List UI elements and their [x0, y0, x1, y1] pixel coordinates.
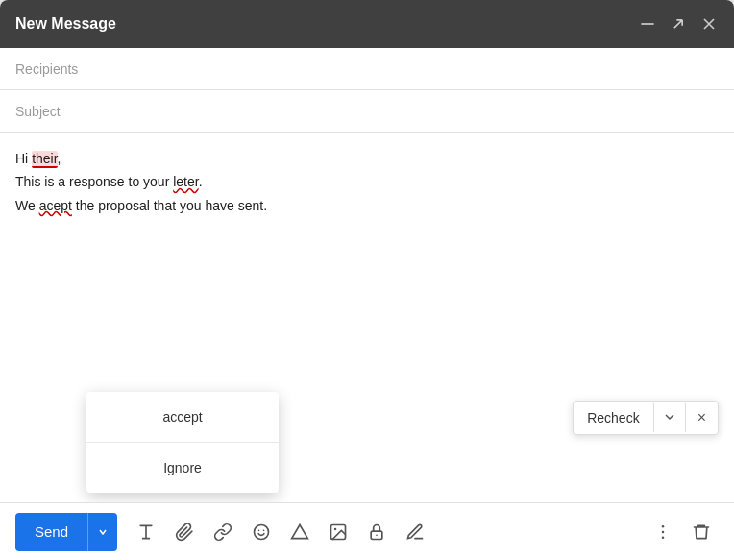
svg-point-1 — [255, 524, 269, 539]
emoji-button[interactable] — [244, 515, 279, 549]
compose-title: New Message — [15, 15, 116, 33]
more-vert-icon — [653, 523, 673, 542]
subject-field[interactable]: Subject — [0, 90, 734, 133]
send-chevron-icon — [98, 527, 108, 537]
svg-point-8 — [662, 524, 665, 527]
svg-rect-0 — [641, 23, 653, 25]
link-button[interactable] — [206, 515, 240, 549]
recipients-field[interactable]: Recipients — [0, 48, 734, 90]
recipients-placeholder: Recipients — [15, 61, 78, 77]
photo-button[interactable] — [321, 515, 355, 549]
compose-window: New Message Recipients — [0, 0, 734, 560]
header-actions — [638, 14, 719, 34]
paperclip-icon — [175, 523, 194, 542]
recheck-button[interactable]: Recheck — [574, 402, 652, 433]
send-dropdown-button[interactable] — [87, 513, 117, 551]
confidential-button[interactable] — [359, 515, 394, 549]
minimize-icon — [638, 14, 657, 34]
subject-placeholder: Subject — [15, 104, 61, 119]
svg-point-2 — [258, 529, 260, 531]
signature-button[interactable] — [398, 515, 432, 549]
context-menu-accept[interactable]: accept — [86, 392, 279, 443]
compose-toolbar: Send — [0, 502, 734, 560]
svg-point-7 — [376, 534, 378, 536]
chevron-down-icon — [664, 411, 675, 423]
recheck-label: Recheck — [587, 410, 639, 426]
drive-icon — [290, 523, 309, 542]
lock-icon — [367, 523, 386, 542]
recheck-bar: Recheck × — [573, 401, 719, 435]
spell-error-leter: leter — [173, 174, 198, 189]
drive-button[interactable] — [282, 515, 317, 549]
spell-error-their: their — [32, 151, 57, 168]
context-menu-ignore[interactable]: Ignore — [86, 443, 279, 493]
svg-point-9 — [662, 530, 665, 533]
body-line2: This is a response to your leter. — [15, 171, 719, 192]
spell-context-menu: accept Ignore — [86, 392, 279, 493]
more-options-button[interactable] — [646, 515, 680, 549]
delete-button[interactable] — [684, 515, 719, 549]
formatting-button[interactable] — [129, 515, 163, 549]
close-button[interactable] — [699, 14, 719, 34]
link-icon — [213, 523, 232, 542]
emoji-icon — [252, 523, 271, 542]
svg-point-3 — [263, 529, 265, 531]
photo-icon — [329, 523, 348, 542]
attach-button[interactable] — [167, 515, 202, 549]
send-button[interactable]: Send — [15, 513, 87, 551]
expand-icon — [669, 14, 688, 34]
minimize-button[interactable] — [638, 14, 657, 34]
body-line1: Hi their, — [15, 148, 719, 169]
compose-body[interactable]: Hi their, This is a response to your let… — [0, 133, 734, 502]
send-button-group: Send — [15, 513, 117, 551]
pen-icon — [405, 523, 425, 542]
expand-button[interactable] — [669, 14, 688, 34]
recheck-close-button[interactable]: × — [686, 402, 718, 434]
text-format-icon — [136, 523, 156, 542]
close-icon — [699, 14, 719, 34]
compose-header: New Message — [0, 0, 734, 48]
recheck-dropdown-button[interactable] — [654, 403, 685, 433]
svg-point-10 — [662, 536, 665, 539]
spell-error-acept: acept — [39, 198, 72, 213]
svg-point-5 — [334, 527, 337, 530]
trash-icon — [692, 523, 711, 542]
body-line3: We acept the proposal that you have sent… — [15, 195, 719, 216]
